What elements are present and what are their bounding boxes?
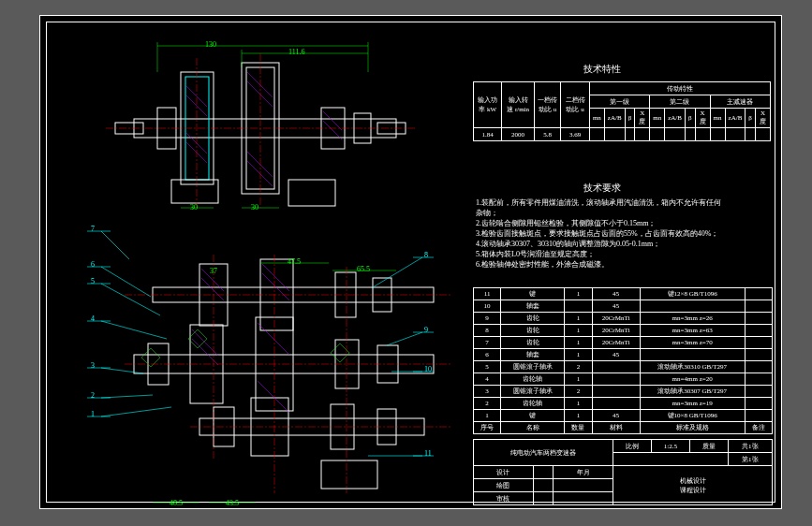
callout-3: 3 <box>91 361 95 370</box>
th-s1: 第一级 <box>589 95 649 109</box>
b10m: 45 <box>592 300 640 313</box>
b8q: 1 <box>565 325 592 337</box>
tr1b: 杂物； <box>476 208 498 218</box>
svg-line-81 <box>373 257 422 287</box>
b10r <box>745 300 772 313</box>
b10n: 10 <box>474 300 501 313</box>
tr5: 5.箱体内装L0号润滑油至规定高度； <box>476 249 595 259</box>
svg-line-77 <box>101 395 153 398</box>
b3q: 2 <box>565 386 592 398</box>
drawing-frame: 130 111.6 30 30 37 47.5 65.5 48.5 43.5 7… <box>39 15 782 509</box>
tr2: 2.齿轮啮合侧隙用铅丝检验，其侧隙值不小于0.15mm； <box>476 218 656 228</box>
bhr: 备注 <box>745 422 772 434</box>
mass-lbl: 质量 <box>689 440 728 453</box>
callout-2: 2 <box>91 391 95 400</box>
bom-table: 11键145键12×8 GB/T1096 10轴套45 9齿轮120CrMnTi… <box>473 287 773 434</box>
des-lbl: 设计 <box>474 466 534 479</box>
svg-line-79 <box>101 407 171 416</box>
th-trans: 传动特性 <box>589 82 770 95</box>
v-r1: 5.8 <box>534 128 561 141</box>
b11q: 1 <box>565 288 592 300</box>
b11s: 键12×8 GB/T1096 <box>640 288 745 300</box>
b7m: 20CrMnTi <box>592 337 640 349</box>
b4a: 齿轮轴 <box>501 373 565 386</box>
v-pow: 1.84 <box>474 128 502 141</box>
s1b: zA/B <box>604 109 625 128</box>
chk-d <box>554 479 613 492</box>
s1a: mn <box>589 109 604 128</box>
c6 <box>665 128 686 141</box>
b3a: 圆锥滚子轴承 <box>501 386 565 398</box>
b7a: 齿轮 <box>501 337 565 349</box>
b7s: mn=3mm z=70 <box>640 337 745 349</box>
org: 机械设计课程设计 <box>613 466 773 505</box>
c11 <box>746 128 756 141</box>
b6m: 45 <box>592 349 640 361</box>
b5m <box>592 361 640 373</box>
b2q: 1 <box>565 398 592 410</box>
s3a: mn <box>710 109 725 128</box>
svg-line-75 <box>101 368 143 373</box>
svg-line-73 <box>101 321 167 339</box>
b1q: 1 <box>565 410 592 422</box>
tr1: 1.装配前，所有零件用煤油清洗，滚动轴承用汽油清洗，箱内不允许有任何 <box>476 197 721 208</box>
b5a: 圆锥滚子轴承 <box>501 361 565 373</box>
b9q: 1 <box>565 313 592 325</box>
b5n: 5 <box>474 361 501 373</box>
s1c: β <box>625 109 635 128</box>
chk-v <box>533 479 553 492</box>
b8a: 齿轮 <box>501 325 565 337</box>
b11a: 键 <box>501 288 565 300</box>
b3m <box>592 386 640 398</box>
callout-9: 9 <box>424 326 428 334</box>
date-lbl: 年月 <box>554 466 613 479</box>
b3n: 3 <box>474 386 501 398</box>
b10s <box>640 300 745 313</box>
c8 <box>695 128 710 141</box>
callout-1: 1 <box>91 410 95 418</box>
c9 <box>710 128 725 141</box>
c2 <box>604 128 625 141</box>
callout-5: 5 <box>91 277 95 285</box>
app-d <box>554 492 613 505</box>
b11r <box>745 288 772 300</box>
callout-6: 6 <box>91 260 95 269</box>
b9s: mn=3mm z=26 <box>640 313 745 325</box>
scale-lbl: 比例 <box>613 440 652 453</box>
callout-11: 11 <box>424 449 432 458</box>
c5 <box>650 128 665 141</box>
b2r <box>745 398 772 410</box>
tr6: 6.检验轴伸处密封性能，外涂合成磁漆。 <box>476 259 609 270</box>
b10q <box>565 300 592 313</box>
b11m: 45 <box>592 288 640 300</box>
c12 <box>755 128 770 141</box>
tr4: 4.滚动轴承30307、30310的轴向调整游隙为0.05-0.1mm； <box>476 239 660 249</box>
b6r <box>745 349 772 361</box>
b11n: 11 <box>474 288 501 300</box>
blank1 <box>613 453 728 466</box>
svg-line-71 <box>101 284 160 315</box>
b9a: 齿轮 <box>501 313 565 325</box>
tech-char-heading: 技术特性 <box>583 63 621 76</box>
s2a: mn <box>650 109 665 128</box>
b4m <box>592 373 640 386</box>
b2m <box>592 398 640 410</box>
bhq: 数量 <box>565 422 592 434</box>
b7n: 7 <box>474 337 501 349</box>
svg-line-67 <box>101 231 129 259</box>
s3b: zA/B <box>725 109 746 128</box>
c7 <box>685 128 695 141</box>
callout-7: 7 <box>91 225 95 233</box>
s2c: β <box>685 109 695 128</box>
b4r <box>745 373 772 386</box>
b6n: 6 <box>474 349 501 361</box>
tech-req-heading: 技术要求 <box>583 182 621 195</box>
svg-line-69 <box>101 267 151 297</box>
b5q: 2 <box>565 361 592 373</box>
callout-leaders <box>40 16 471 512</box>
sheet2: 第1张 <box>728 453 772 466</box>
org2: 课程设计 <box>680 487 706 494</box>
b7r <box>745 337 772 349</box>
b4n: 4 <box>474 373 501 386</box>
bhs: 标准及规格 <box>640 422 745 434</box>
